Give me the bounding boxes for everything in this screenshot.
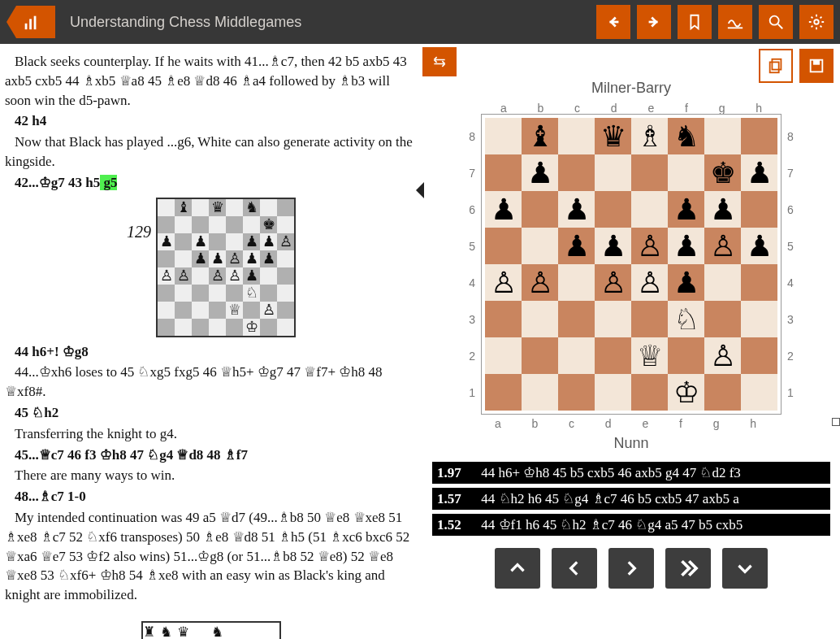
search-button[interactable]: [759, 5, 793, 39]
copy-icon: [767, 57, 785, 75]
svg-rect-0: [25, 24, 28, 29]
chevron-left-icon: [564, 558, 585, 579]
move-line: 42 h4: [5, 111, 418, 131]
save-button[interactable]: [799, 49, 834, 83]
partial-diagram: ♜♞♛♞: [141, 621, 281, 639]
settings-button[interactable]: [799, 5, 834, 39]
rank-labels-right: 87654321: [787, 118, 794, 411]
prev-move-button[interactable]: [552, 548, 597, 589]
engine-line[interactable]: 1.97 44 h6+ ♔h8 45 b5 cxb5 46 axb5 g4 47…: [432, 462, 830, 484]
move-line: 44 h6+! ♔g8: [5, 342, 418, 362]
inline-diagram: ♝♛♞♚♟♟♟♟♙♟♟♙♟♟♙♙♙♙♟♘♕♙♔: [156, 198, 296, 337]
swap-icon: [430, 54, 449, 70]
move-text: 42...♔g7 43 h5: [15, 175, 100, 190]
move-line: 48...♗c7 1-0: [5, 487, 418, 506]
bookmark-button[interactable]: [678, 5, 712, 39]
analysis-pane: Milner-Barry abcdefgh 87654321 ♝♛♗♞♟♚♟♟♟…: [422, 44, 840, 639]
engine-lines[interactable]: 1.97 44 h6+ ♔h8 45 b5 cxb5 46 axb5 g4 47…: [432, 462, 830, 540]
paragraph: Black seeks counterplay. If he waits wit…: [5, 52, 418, 110]
chevron-up-icon: [507, 558, 528, 579]
diagram-number: 129: [127, 220, 151, 243]
wave-icon: [726, 13, 744, 31]
nav-back-button[interactable]: [596, 5, 630, 39]
engine-line[interactable]: 1.57 44 ♘h2 h6 45 ♘g4 ♗c7 46 b5 cxb5 47 …: [432, 488, 830, 510]
highlighted-move: g5: [100, 175, 117, 190]
gear-icon: [808, 13, 825, 31]
home-button[interactable]: [6, 6, 55, 38]
svg-rect-10: [813, 60, 819, 65]
rank-labels-left: 87654321: [469, 118, 475, 411]
main-board[interactable]: ♝♛♗♞♟♚♟♟♟♟♟♟♟♙♟♙♟♙♙♙♙♟♘♕♙♔: [482, 115, 781, 414]
svg-line-5: [778, 24, 783, 29]
file-labels-bottom: abcdefgh: [479, 417, 772, 430]
side-to-move-indicator: [832, 418, 840, 426]
svg-rect-1: [29, 19, 32, 29]
paragraph: There are many ways to win.: [5, 466, 418, 485]
engine-toggle-button[interactable]: [718, 5, 752, 39]
next-move-button[interactable]: [608, 548, 654, 589]
move-line: 45 ♘h2: [5, 403, 418, 423]
paragraph: Transferring the knight to g4.: [5, 424, 418, 444]
chevron-down-icon: [734, 558, 756, 579]
arrow-left-icon: [604, 13, 622, 31]
svg-rect-2: [34, 16, 37, 29]
engine-line[interactable]: 1.52 44 ♔f1 h6 45 ♘h2 ♗c7 46 ♘g4 a5 47 b…: [432, 514, 830, 536]
bookmark-icon: [686, 13, 704, 31]
swap-panes-button[interactable]: [422, 47, 457, 76]
text-pane[interactable]: Black seeks counterplay. If he waits wit…: [0, 44, 422, 639]
chevron-right-icon: [621, 558, 642, 579]
chevrons-right-icon: [676, 556, 700, 580]
bars-icon: [22, 13, 40, 31]
first-move-button[interactable]: [495, 548, 540, 589]
svg-point-4: [770, 16, 779, 25]
app-title: Understanding Chess Middlegames: [70, 14, 590, 31]
file-labels-top: abcdefgh: [485, 102, 777, 115]
search-icon: [767, 13, 785, 31]
player-name: Nunn: [422, 435, 840, 452]
paragraph: 44...♔xh6 loses to 45 ♘xg5 fxg5 46 ♕h5+ …: [5, 363, 418, 402]
svg-point-6: [814, 20, 819, 24]
paragraph: My intended continuation was 49 a5 ♕d7 (…: [5, 508, 418, 605]
save-icon: [808, 57, 825, 75]
fast-forward-button[interactable]: [665, 548, 711, 589]
svg-rect-7: [772, 59, 781, 70]
last-move-button[interactable]: [722, 548, 768, 589]
move-line: 42...♔g7 43 h5 g5: [5, 173, 418, 193]
nav-forward-button[interactable]: [637, 5, 671, 39]
arrow-right-icon: [645, 13, 663, 31]
copy-button[interactable]: [759, 49, 793, 83]
move-line: 45...♕c7 46 f3 ♔h8 47 ♘g4 ♕d8 48 ♗f7: [5, 446, 418, 465]
svg-rect-8: [770, 62, 779, 72]
paragraph: Now that Black has played ...g6, White c…: [5, 133, 418, 172]
